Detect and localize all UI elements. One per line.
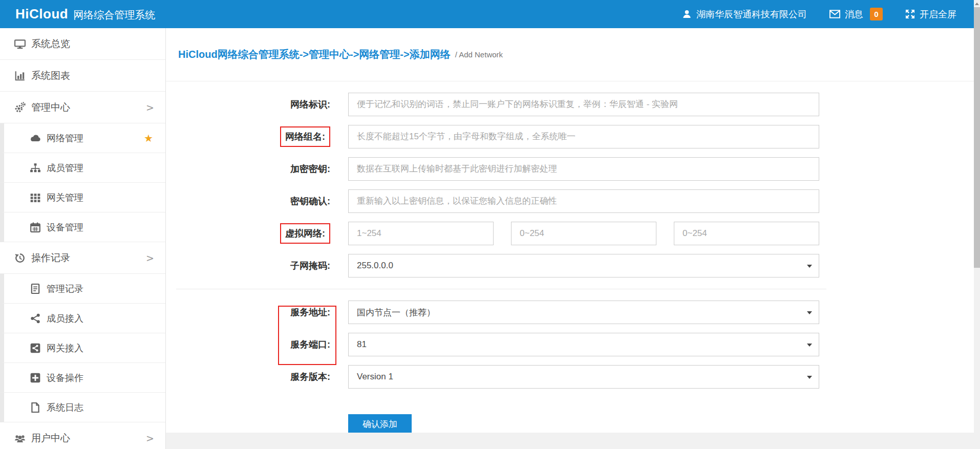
envelope-icon [829, 10, 840, 18]
form-row-network-id: 网络标识: [166, 93, 974, 116]
sidebar-item-label: 设备操作 [47, 372, 83, 384]
favorite-star-icon[interactable]: ★ [144, 132, 153, 144]
sidebar-item-management-center[interactable]: 管理中心 > [0, 92, 165, 123]
key-confirm-label: 密钥确认: [290, 196, 330, 206]
subnet-mask-value: 255.0.0.0 [357, 261, 393, 271]
sidebar-item-system-overview[interactable]: 系统总览 [0, 28, 165, 60]
service-version-select[interactable]: Version 1 [348, 365, 819, 389]
sidebar-item-operation-records[interactable]: 操作记录 > [0, 242, 165, 274]
sidebar-item-system-charts[interactable]: 系统图表 [0, 60, 165, 92]
service-version-label: 服务版本: [290, 372, 330, 382]
sidebar-item-network-management[interactable]: 网络管理 ★ [0, 123, 165, 153]
sidebar-item-label: 系统图表 [31, 69, 70, 82]
subnet-mask-select[interactable]: 255.0.0.0 [348, 254, 819, 277]
sidebar-item-management-records[interactable]: 管理记录 [0, 274, 165, 304]
form-row-subnet-mask: 子网掩码: 255.0.0.0 [166, 254, 974, 277]
share-square-icon [30, 343, 41, 354]
top-bar: HiCloud 网络综合管理系统 湖南华辰智通科技有限公司 消息 0 [0, 0, 974, 28]
virtual-network-octet2-input[interactable] [511, 222, 656, 245]
gears-icon [14, 102, 26, 113]
page-bottom-strip [166, 433, 974, 449]
messages-count-badge: 0 [870, 8, 883, 20]
sidebar-item-device-operations[interactable]: 设备操作 [0, 363, 165, 393]
sidebar-nav: 系统总览 系统图表 管理中心 > 网络管理 ★ 成员管理 [0, 28, 166, 449]
monitor-icon [14, 38, 26, 50]
sidebar-item-label: 网关管理 [47, 191, 83, 204]
form-row-encrypt-key: 加密密钥: [166, 157, 974, 181]
fullscreen-icon [905, 9, 915, 19]
app-brand: HiCloud 网络综合管理系统 [15, 6, 155, 22]
breadcrumb-path[interactable]: HiCloud网络综合管理系统->管理中心->网络管理->添加网络 [178, 48, 451, 61]
scrollbar-thumb[interactable] [974, 7, 980, 268]
subnet-mask-label: 子网掩码: [290, 261, 330, 271]
chevron-right-icon: > [146, 102, 154, 113]
sidebar-item-device-management[interactable]: 设备管理 [0, 212, 165, 242]
form-row-service-port: 服务端口: 81 [166, 333, 974, 356]
encrypt-key-label: 加密密钥: [290, 164, 330, 174]
sidebar-item-user-center[interactable]: 用户中心 > [0, 422, 165, 449]
chevron-right-icon: > [146, 252, 154, 264]
page-scrollbar[interactable] [974, 0, 980, 449]
virtual-network-label-highlighted: 虚拟网络: [280, 223, 330, 244]
user-icon [682, 9, 692, 19]
sidebar-item-member-management[interactable]: 成员管理 [0, 153, 165, 183]
app-window: HiCloud 网络综合管理系统 湖南华辰智通科技有限公司 消息 0 [0, 0, 980, 449]
sidebar-item-label: 系统总览 [31, 37, 70, 51]
key-confirm-input[interactable] [348, 189, 819, 213]
main-content: HiCloud网络综合管理系统->管理中心->网络管理->添加网络 / Add … [166, 28, 974, 449]
sidebar-item-label: 网络管理 [47, 132, 83, 144]
sidebar-item-label: 用户中心 [31, 432, 70, 445]
service-port-value: 81 [357, 339, 367, 350]
sidebar-item-gateway-access[interactable]: 网关接入 [0, 333, 165, 363]
sitemap-icon [30, 162, 41, 174]
network-id-label: 网络标识: [290, 99, 330, 110]
messages-menu[interactable]: 消息 0 [829, 8, 883, 20]
brand-name: HiCloud [15, 6, 68, 22]
form-section-divider [176, 289, 826, 289]
add-network-form: 网络标识: 网络组名: 加密密钥: 密钥确认: [166, 81, 974, 434]
breadcrumb-suffix: / Add Network [455, 50, 503, 59]
sidebar-item-member-access[interactable]: 成员接入 [0, 304, 165, 333]
sidebar-item-system-logs[interactable]: 系统日志 [0, 393, 165, 422]
share-icon [30, 313, 41, 324]
form-row-key-confirm: 密钥确认: [166, 189, 974, 213]
virtual-network-octet1-input[interactable] [348, 222, 494, 245]
sidebar-item-label: 成员管理 [47, 162, 83, 174]
virtual-network-octet3-input[interactable] [674, 222, 819, 245]
confirm-add-button[interactable]: 确认添加 [348, 414, 412, 434]
sidebar-item-label: 网关接入 [47, 342, 83, 354]
messages-label: 消息 [845, 8, 863, 20]
form-row-service-address: 服务地址: 国内节点一（推荐） [166, 301, 974, 324]
fullscreen-toggle[interactable]: 开启全屏 [905, 8, 956, 20]
sidebar-item-label: 成员接入 [47, 312, 83, 325]
sidebar-item-label: 系统日志 [47, 401, 83, 414]
account-menu[interactable]: 湖南华辰智通科技有限公司 [682, 8, 807, 20]
caret-down-icon [807, 376, 812, 379]
cloud-icon [30, 133, 41, 144]
document-icon [30, 283, 41, 294]
service-address-select[interactable]: 国内节点一（推荐） [348, 301, 819, 324]
service-port-label: 服务端口: [290, 339, 330, 350]
scrollbar-up-arrow[interactable] [974, 0, 980, 7]
calendar-icon [30, 222, 41, 233]
plus-square-icon [30, 372, 41, 383]
company-name: 湖南华辰智通科技有限公司 [696, 8, 807, 20]
network-group-input[interactable] [348, 125, 819, 148]
service-port-select[interactable]: 81 [348, 333, 819, 356]
service-address-label: 服务地址: [290, 307, 330, 317]
caret-down-icon [807, 265, 812, 268]
sidebar-item-label: 设备管理 [47, 221, 83, 233]
caret-down-icon [807, 311, 812, 314]
network-id-input[interactable] [348, 93, 819, 116]
chevron-right-icon: > [146, 433, 154, 444]
form-row-network-group: 网络组名: [166, 125, 974, 148]
sidebar-item-label: 操作记录 [31, 251, 70, 265]
sidebar-item-label: 管理记录 [47, 283, 83, 295]
grid-icon [30, 192, 41, 203]
sidebar-item-gateway-management[interactable]: 网关管理 [0, 183, 165, 212]
encrypt-key-input[interactable] [348, 157, 819, 181]
chart-icon [14, 70, 26, 81]
history-icon [14, 252, 26, 264]
fullscreen-label: 开启全屏 [920, 8, 956, 20]
caret-down-icon [807, 344, 812, 347]
